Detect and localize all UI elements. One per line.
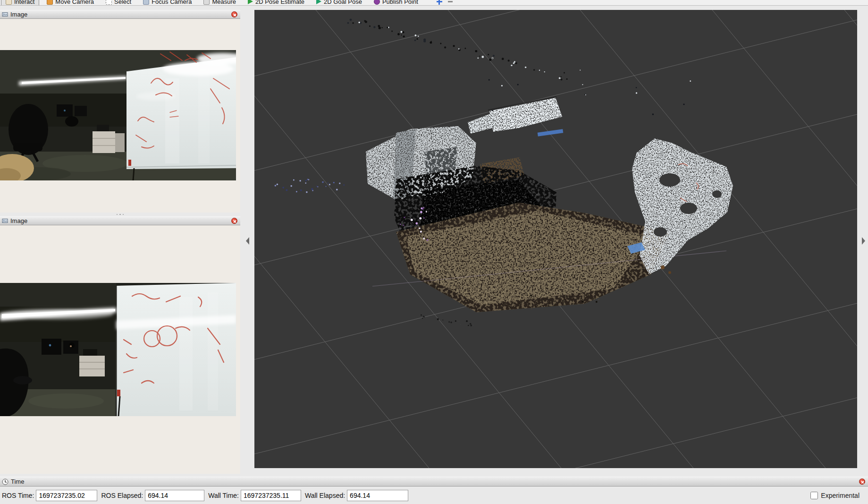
ros-time-field: ROS Time: — [2, 490, 97, 501]
pointcloud-scene — [254, 10, 857, 468]
close-icon[interactable] — [231, 218, 237, 224]
3d-viewport[interactable] — [254, 10, 857, 468]
tool-label: 2D Goal Pose — [324, 0, 362, 5]
ros-time-input[interactable] — [36, 490, 97, 501]
close-icon[interactable] — [859, 478, 865, 485]
collapse-right-handle[interactable] — [862, 237, 865, 245]
tool-label: Publish Point — [382, 0, 418, 5]
panel-title: Time — [11, 478, 24, 485]
camera-image-bottom — [0, 283, 236, 416]
image-panel-top-header[interactable]: Image — [0, 10, 240, 19]
publish-point-icon — [374, 0, 380, 5]
move-camera-icon — [47, 0, 53, 5]
ros-elapsed-field: ROS Elapsed: — [101, 490, 204, 501]
panel-title: Image — [10, 217, 27, 224]
panel-title: Image — [10, 11, 27, 18]
tool-label: Move Camera — [55, 0, 94, 5]
image-panel-top-body — [0, 19, 240, 213]
focus-camera-icon — [143, 0, 149, 5]
pose-arrow-icon — [248, 0, 253, 4]
experimental-label: Experimental — [821, 492, 860, 499]
minus-icon — [448, 1, 453, 2]
remove-tool-button[interactable] — [447, 0, 454, 5]
wall-elapsed-input[interactable] — [347, 490, 408, 501]
wall-time-field: Wall Time: — [208, 490, 301, 501]
tool-publish-point[interactable]: Publish Point — [370, 0, 422, 6]
ros-elapsed-label: ROS Elapsed: — [101, 492, 143, 499]
toolbar-row: Interact Move Camera Select Focus Camera… — [0, 0, 868, 6]
select-box-icon — [106, 0, 112, 5]
image-panel-icon — [2, 11, 8, 17]
tool-2d-goal-pose[interactable]: 2D Goal Pose — [312, 0, 366, 6]
wall-elapsed-label: Wall Elapsed: — [305, 492, 345, 499]
wall-time-label: Wall Time: — [208, 492, 239, 499]
camera-image-top — [0, 50, 236, 180]
plus-icon — [437, 1, 442, 2]
panel-splitter[interactable] — [0, 213, 240, 216]
experimental-group: Experimental — [810, 492, 860, 499]
tool-select[interactable]: Select — [101, 0, 135, 6]
hand-icon — [6, 0, 12, 5]
tool-focus-camera[interactable]: Focus Camera — [139, 0, 196, 6]
time-panel: Time ROS Time: ROS Elapsed: Wall Time: W… — [0, 477, 868, 504]
tool-move-camera[interactable]: Move Camera — [42, 0, 98, 6]
toolbar: Interact Move Camera Select Focus Camera… — [0, 0, 868, 6]
tool-measure[interactable]: Measure — [199, 0, 240, 6]
time-panel-body: ROS Time: ROS Elapsed: Wall Time: Wall E… — [0, 487, 868, 504]
image-panel-bottom-body — [0, 225, 240, 474]
tool-label: Focus Camera — [152, 0, 192, 5]
wall-time-input[interactable] — [241, 490, 301, 501]
tool-label: Measure — [212, 0, 236, 5]
wall-elapsed-field: Wall Elapsed: — [305, 490, 408, 501]
ros-time-label: ROS Time: — [2, 492, 34, 499]
goal-arrow-icon — [316, 0, 321, 4]
tool-label: Interact — [14, 0, 34, 5]
image-panel-bottom-header[interactable]: Image — [0, 216, 240, 225]
image-panel-icon — [2, 218, 8, 224]
image-panel-top: Image — [0, 10, 240, 213]
tool-label: 2D Pose Estimate — [255, 0, 304, 5]
tool-2d-pose-estimate[interactable]: 2D Pose Estimate — [244, 0, 309, 6]
collapse-left-handle[interactable] — [246, 237, 249, 245]
clock-icon — [2, 478, 8, 485]
close-icon[interactable] — [231, 11, 237, 17]
time-panel-header[interactable]: Time — [0, 477, 868, 487]
ros-elapsed-input[interactable] — [145, 490, 204, 501]
tool-interact[interactable]: Interact — [1, 0, 39, 6]
measure-icon — [203, 0, 210, 5]
add-tool-button[interactable] — [436, 0, 443, 5]
experimental-checkbox[interactable] — [810, 492, 818, 499]
tool-label: Select — [114, 0, 131, 5]
image-panel-bottom: Image — [0, 216, 240, 474]
